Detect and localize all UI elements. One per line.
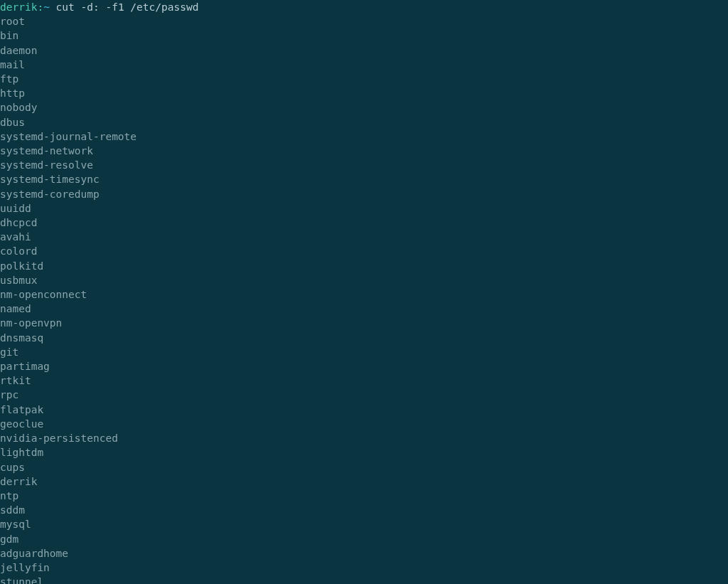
output-line: uuidd — [0, 201, 728, 216]
output-line: geoclue — [0, 417, 728, 431]
output-line: systemd-network — [0, 144, 728, 158]
command-output: rootbindaemonmailftphttpnobodydbussystem… — [0, 14, 728, 584]
output-line: polkitd — [0, 259, 728, 273]
output-line: colord — [0, 244, 728, 258]
output-line: dbus — [0, 115, 728, 129]
output-line: gdm — [0, 532, 728, 546]
output-line: systemd-coredump — [0, 187, 728, 201]
output-line: sddm — [0, 503, 728, 517]
command-text: cut -d: -f1 /etc/passwd — [50, 1, 199, 13]
output-line: usbmux — [0, 273, 728, 287]
output-line: partimag — [0, 359, 728, 373]
output-line: jellyfin — [0, 561, 728, 575]
output-line: systemd-timesync — [0, 172, 728, 186]
output-line: ftp — [0, 72, 728, 86]
output-line: flatpak — [0, 403, 728, 417]
prompt-path: ~ — [43, 1, 50, 13]
output-line: git — [0, 345, 728, 359]
output-line: adguardhome — [0, 546, 728, 561]
output-line: dhcpcd — [0, 216, 728, 230]
output-line: cups — [0, 460, 728, 474]
output-line: systemd-resolve — [0, 158, 728, 172]
output-line: systemd-journal-remote — [0, 129, 728, 144]
output-line: nm-openconnect — [0, 287, 728, 302]
output-line: bin — [0, 28, 728, 43]
output-line: rpc — [0, 388, 728, 402]
prompt-separator: : — [37, 1, 43, 13]
output-line: lightdm — [0, 445, 728, 460]
output-line: http — [0, 86, 728, 100]
output-line: root — [0, 14, 728, 28]
output-line: nm-openvpn — [0, 316, 728, 330]
prompt-user: derrik — [0, 1, 37, 13]
terminal-window[interactable]: derrik:~ cut -d: -f1 /etc/passwd rootbin… — [0, 0, 728, 584]
output-line: ntp — [0, 489, 728, 503]
output-line: derrik — [0, 474, 728, 489]
prompt-line: derrik:~ cut -d: -f1 /etc/passwd — [0, 0, 728, 14]
output-line: mysql — [0, 517, 728, 531]
output-line: daemon — [0, 43, 728, 58]
output-line: named — [0, 302, 728, 316]
output-line: nvidia-persistenced — [0, 431, 728, 445]
output-line: mail — [0, 58, 728, 72]
output-line: rtkit — [0, 373, 728, 388]
output-line: nobody — [0, 100, 728, 115]
output-line: stunnel — [0, 575, 728, 584]
output-line: avahi — [0, 230, 728, 244]
output-line: dnsmasq — [0, 331, 728, 345]
